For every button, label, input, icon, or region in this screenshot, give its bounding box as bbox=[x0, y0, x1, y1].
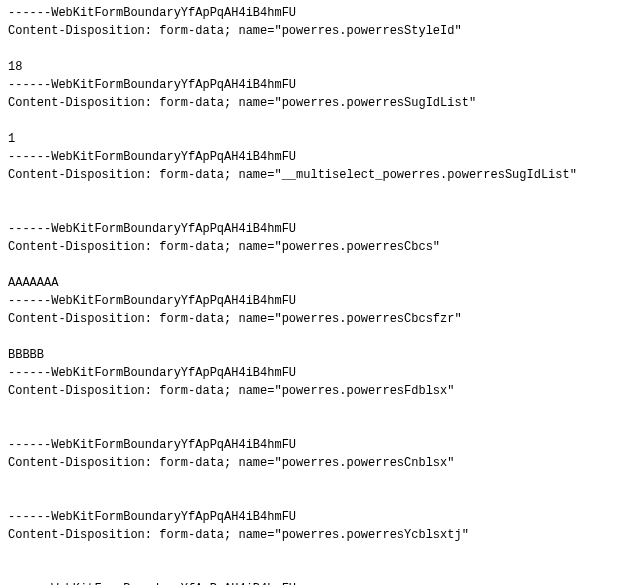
form-value-line: 1 bbox=[8, 130, 611, 148]
form-value-line: BBBBB bbox=[8, 346, 611, 364]
content-disposition-line: Content-Disposition: form-data; name="po… bbox=[8, 454, 611, 472]
boundary-line: ------WebKitFormBoundaryYfApPqAH4iB4hmFU bbox=[8, 580, 611, 585]
content-disposition-line: Content-Disposition: form-data; name="po… bbox=[8, 382, 611, 400]
form-value-line: 18 bbox=[8, 58, 611, 76]
blank-line bbox=[8, 40, 611, 58]
boundary-line: ------WebKitFormBoundaryYfApPqAH4iB4hmFU bbox=[8, 436, 611, 454]
blank-line bbox=[8, 562, 611, 580]
multipart-body-text: ------WebKitFormBoundaryYfApPqAH4iB4hmFU… bbox=[8, 4, 611, 585]
boundary-line: ------WebKitFormBoundaryYfApPqAH4iB4hmFU bbox=[8, 4, 611, 22]
blank-line bbox=[8, 256, 611, 274]
blank-line bbox=[8, 328, 611, 346]
blank-line bbox=[8, 112, 611, 130]
boundary-line: ------WebKitFormBoundaryYfApPqAH4iB4hmFU bbox=[8, 508, 611, 526]
boundary-line: ------WebKitFormBoundaryYfApPqAH4iB4hmFU bbox=[8, 148, 611, 166]
boundary-line: ------WebKitFormBoundaryYfApPqAH4iB4hmFU bbox=[8, 220, 611, 238]
content-disposition-line: Content-Disposition: form-data; name="__… bbox=[8, 166, 611, 184]
blank-line bbox=[8, 400, 611, 418]
blank-line bbox=[8, 184, 611, 202]
blank-line bbox=[8, 472, 611, 490]
blank-line bbox=[8, 418, 611, 436]
content-disposition-line: Content-Disposition: form-data; name="po… bbox=[8, 22, 611, 40]
form-value-line: AAAAAAA bbox=[8, 274, 611, 292]
boundary-line: ------WebKitFormBoundaryYfApPqAH4iB4hmFU bbox=[8, 292, 611, 310]
blank-line bbox=[8, 490, 611, 508]
content-disposition-line: Content-Disposition: form-data; name="po… bbox=[8, 526, 611, 544]
content-disposition-line: Content-Disposition: form-data; name="po… bbox=[8, 94, 611, 112]
content-disposition-line: Content-Disposition: form-data; name="po… bbox=[8, 310, 611, 328]
boundary-line: ------WebKitFormBoundaryYfApPqAH4iB4hmFU bbox=[8, 76, 611, 94]
blank-line bbox=[8, 202, 611, 220]
blank-line bbox=[8, 544, 611, 562]
boundary-line: ------WebKitFormBoundaryYfApPqAH4iB4hmFU bbox=[8, 364, 611, 382]
content-disposition-line: Content-Disposition: form-data; name="po… bbox=[8, 238, 611, 256]
